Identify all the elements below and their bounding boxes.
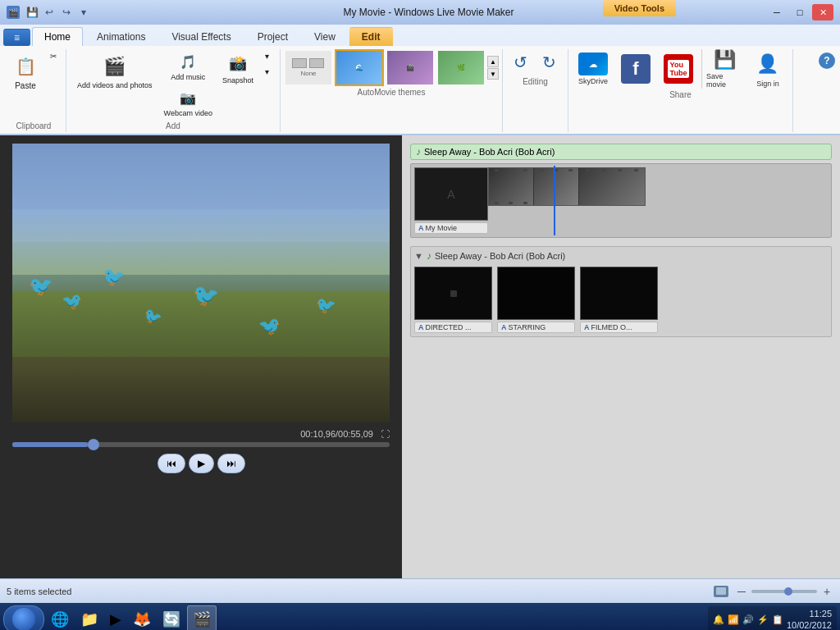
undo-quick-btn[interactable]: ↩ — [42, 6, 57, 19]
story-thumb-0[interactable] — [414, 267, 492, 320]
rotate-right-button[interactable]: ↻ — [536, 49, 563, 75]
storyboard-pane: ♪ Sleep Away - Bob Acri (Bob Acri) A A M… — [402, 135, 840, 578]
maximize-button[interactable]: □ — [789, 4, 810, 21]
ie-icon: 🌐 — [51, 610, 69, 628]
timeline-item-title: A A My Movie — [414, 167, 488, 234]
tab-edit[interactable]: Edit — [349, 27, 393, 46]
start-button[interactable] — [3, 605, 44, 630]
theme-contemporary[interactable]: 🌊 — [335, 49, 384, 86]
zoom-in-button[interactable]: + — [820, 585, 833, 598]
save-quick-btn[interactable]: 💾 — [25, 6, 39, 19]
theme-none[interactable]: None — [284, 49, 333, 86]
add-music-dropdown[interactable]: ▾ — [261, 49, 273, 63]
add-buttons: 🎬 Add videos and photos 🎵 Add music 📷 We… — [71, 49, 275, 120]
bird-1: 🐦 — [27, 273, 55, 300]
seek-thumb[interactable] — [88, 439, 99, 450]
title-card-content: A — [447, 188, 454, 201]
story-thumb-2[interactable] — [580, 267, 658, 320]
add-music-button[interactable]: 🎵 Add music — [160, 49, 217, 84]
fullscreen-button[interactable]: ⛶ — [381, 429, 390, 439]
share-buttons: ☁ SkyDrive f YouTube 💾 Save movie — [573, 49, 788, 89]
bird-6: 🐦 — [258, 316, 281, 337]
forward-button[interactable]: ⏭ — [217, 454, 245, 473]
signin-button[interactable]: 👤 Sign in — [748, 49, 788, 89]
start-orb — [12, 608, 35, 630]
rotate-left-button[interactable]: ↺ — [508, 49, 534, 75]
seek-bar[interactable] — [12, 442, 390, 447]
help-button[interactable]: ? — [815, 49, 838, 132]
story-thumb-1[interactable] — [497, 267, 575, 320]
playhead[interactable] — [554, 166, 555, 235]
tray-icon-2[interactable]: 📶 — [728, 614, 739, 625]
webcam-icon: 📷 — [178, 88, 198, 107]
snapshot-dropdown[interactable]: ▾ — [261, 65, 273, 79]
save-movie-button[interactable]: 💾 Save movie — [705, 49, 745, 89]
zoom-out-button[interactable]: ─ — [735, 585, 748, 598]
section-items: A DIRECTED ... A STARRING A FILMED O.. — [414, 267, 828, 333]
film-frame-1 — [489, 168, 534, 205]
tab-project[interactable]: Project — [245, 27, 300, 46]
paste-button[interactable]: 📋 Paste — [7, 49, 44, 94]
tray-icon-1[interactable]: 🔔 — [713, 614, 724, 625]
taskbar-media[interactable]: ▶ — [105, 605, 126, 630]
facebook-button[interactable]: f — [616, 49, 655, 89]
tray-icon-3[interactable]: 🔊 — [742, 614, 754, 625]
film-frame-2 — [534, 168, 579, 205]
dropdown-quick-btn[interactable]: ▾ — [76, 6, 91, 19]
film-frame-3 — [579, 168, 645, 205]
youtube-icon: YouTube — [664, 54, 693, 84]
tray-icon-5[interactable]: 📋 — [772, 614, 783, 625]
sync-icon: 🔄 — [162, 610, 180, 628]
main-content: 🐦 🐦 🐦 🐦 🐦 🐦 🐦 00:10,96/00:55,09 ⛶ — [0, 135, 840, 578]
tab-animations[interactable]: Animations — [84, 27, 158, 46]
add-music-icon: 🎵 — [178, 52, 198, 71]
text-icon-0: A — [418, 323, 424, 331]
clipboard-buttons: 📋 Paste ✂ — [7, 49, 61, 120]
add-videos-button[interactable]: 🎬 Add videos and photos — [71, 49, 158, 94]
zoom-slider[interactable] — [751, 590, 817, 593]
skydrive-button[interactable]: ☁ SkyDrive — [573, 49, 613, 89]
theme-scroll-up[interactable]: ▲ — [487, 56, 499, 67]
theme-cinematic[interactable]: 🎬 — [386, 49, 435, 86]
zoom-controls: ─ + — [735, 585, 833, 598]
automovie-section: None 🌊 🎬 🌿 — [281, 49, 503, 132]
taskbar-firefox[interactable]: 🦊 — [128, 605, 156, 630]
snapshot-button[interactable]: 📸 Snapshot — [218, 49, 258, 87]
file-menu-btn[interactable]: ≡ — [3, 29, 30, 46]
zoom-thumb[interactable] — [784, 587, 792, 596]
youtube-button[interactable]: YouTube — [659, 49, 698, 89]
clipboard-label: Clipboard — [16, 121, 52, 130]
text-icon: A — [418, 224, 424, 232]
close-button[interactable]: ✕ — [812, 4, 833, 21]
story-label-1: A STARRING — [497, 322, 575, 333]
tab-view[interactable]: View — [302, 27, 348, 46]
film-strip[interactable] — [488, 167, 646, 206]
taskbar-moviemaker[interactable]: 🎬 — [187, 605, 217, 630]
title-card-label: A My Movie — [414, 222, 488, 234]
taskbar-ie[interactable]: 🌐 — [46, 605, 74, 630]
app-icon: 🎬 — [7, 6, 20, 19]
title-bar: 🎬 💾 ↩ ↪ ▾ My Movie - Windows Live Movie … — [0, 0, 840, 25]
tray-icon-4[interactable]: ⚡ — [757, 614, 769, 625]
rewind-button[interactable]: ⏮ — [158, 454, 185, 473]
tab-visual-effects[interactable]: Visual Effects — [159, 27, 243, 46]
video-tools-tab: Video Tools — [603, 0, 676, 16]
ribbon-tabs: ≡ Home Animations Visual Effects Project… — [0, 25, 840, 46]
preview-video: 🐦 🐦 🐦 🐦 🐦 🐦 🐦 — [12, 144, 390, 422]
firefox-icon: 🦊 — [133, 610, 151, 628]
play-button[interactable]: ▶ — [189, 454, 214, 473]
taskbar-explorer[interactable]: 📁 — [75, 605, 103, 630]
minimize-button[interactable]: ─ — [766, 4, 788, 21]
redo-quick-btn[interactable]: ↪ — [59, 6, 74, 19]
webcam-button[interactable]: 📷 Webcam video — [160, 85, 217, 120]
title-card-thumb[interactable]: A — [414, 167, 488, 221]
taskbar-sync[interactable]: 🔄 — [158, 605, 185, 630]
media-icon: ▶ — [110, 610, 121, 628]
section-expand-icon[interactable]: ▼ — [414, 251, 423, 261]
tab-home[interactable]: Home — [32, 27, 83, 46]
cut-button[interactable]: ✂ — [46, 49, 61, 63]
theme-fade[interactable]: 🌿 — [436, 49, 486, 86]
story-label-2: A FILMED O... — [580, 322, 658, 333]
taskbar: 🌐 📁 ▶ 🦊 🔄 🎬 🔔 📶 🔊 ⚡ 📋 11:25 10/02/2012 — [0, 603, 840, 630]
theme-scroll-down[interactable]: ▼ — [487, 68, 499, 80]
